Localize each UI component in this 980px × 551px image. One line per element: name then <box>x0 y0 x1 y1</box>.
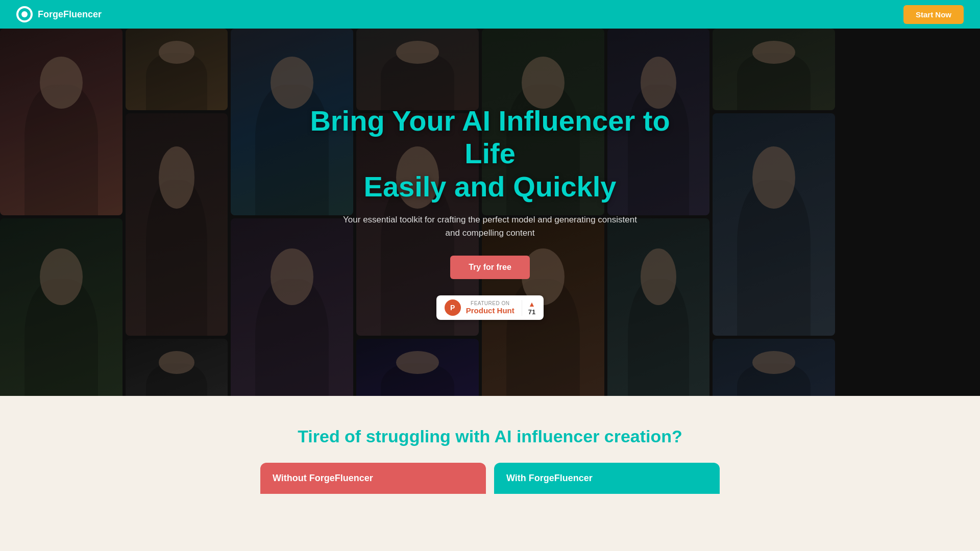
hero-title-line1: Bring Your AI Influencer to Life <box>310 105 670 169</box>
try-free-button[interactable]: Try for free <box>450 256 530 279</box>
product-hunt-name: Product Hunt <box>466 306 514 315</box>
product-hunt-vote-count: 71 <box>528 308 535 316</box>
product-hunt-badge[interactable]: P FEATURED ON Product Hunt ▲ 71 <box>436 295 544 320</box>
brand: ForgeFluencer <box>16 6 102 22</box>
product-hunt-arrow-icon: ▲ <box>528 300 535 308</box>
brand-name: ForgeFluencer <box>38 9 102 20</box>
hero-title-line2: Easily and Quickly <box>364 170 617 203</box>
second-section-title: Tired of struggling with AI influencer c… <box>10 427 970 446</box>
comparison-row: Without ForgeFluencer With ForgeFluencer <box>260 463 720 494</box>
hero-subtitle: Your essential toolkit for crafting the … <box>337 213 643 239</box>
brand-logo-inner <box>18 8 31 20</box>
hero-section: Bring Your AI Influencer to Life Easily … <box>0 29 980 396</box>
card-without-forgefluencer: Without ForgeFluencer <box>260 463 486 494</box>
card-without-label: Without ForgeFluencer <box>273 473 373 483</box>
navbar: ForgeFluencer Start Now <box>0 0 980 29</box>
hero-title: Bring Your AI Influencer to Life Easily … <box>286 105 694 203</box>
product-hunt-icon: P <box>445 299 461 316</box>
brand-logo <box>16 6 33 22</box>
card-with-forgefluencer: With ForgeFluencer <box>494 463 720 494</box>
product-hunt-text: FEATURED ON Product Hunt <box>466 300 514 315</box>
card-with-label: With ForgeFluencer <box>506 473 593 483</box>
start-now-button[interactable]: Start Now <box>903 5 964 24</box>
second-section: Tired of struggling with AI influencer c… <box>0 396 980 514</box>
hero-content: Bring Your AI Influencer to Life Easily … <box>0 29 980 396</box>
product-hunt-featured-label: FEATURED ON <box>466 300 514 306</box>
product-hunt-votes: ▲ 71 <box>522 300 535 316</box>
